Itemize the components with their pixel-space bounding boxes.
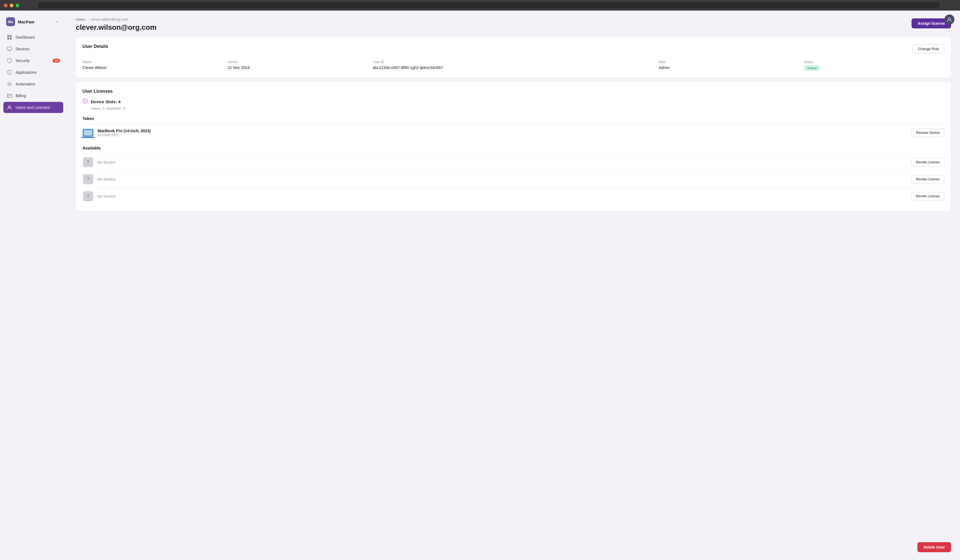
no-device-label-3: No Device bbox=[98, 194, 115, 198]
joined-value: 22 Nov 2024 bbox=[227, 65, 250, 70]
no-device-icon-1: ? bbox=[83, 157, 93, 167]
sidebar-item-automation[interactable]: Automation bbox=[3, 78, 63, 89]
sidebar-item-dashboard-label: Dashboard bbox=[16, 35, 35, 40]
page-header: Users › clever.wilson@org.com clever.wil… bbox=[76, 17, 951, 32]
user-avatar[interactable] bbox=[944, 14, 954, 24]
joined-label: Joined bbox=[227, 60, 368, 64]
sidebar: Ma MacPaw ← Dashboard bbox=[0, 11, 67, 560]
device-name: MacBook Pro (14-inch, 2023) bbox=[98, 129, 907, 133]
user-licenses-title: User Licenses bbox=[82, 89, 944, 94]
taken-device-row: MacBook Pro (14-inch, 2023) A1234BCDE5 R… bbox=[82, 124, 944, 141]
svg-rect-2 bbox=[7, 38, 9, 40]
breadcrumb-users-link[interactable]: Users bbox=[76, 17, 85, 21]
users-licenses-icon bbox=[7, 105, 12, 110]
sidebar-item-automation-label: Automation bbox=[16, 82, 35, 86]
device-serial: A1234BCDE5 bbox=[98, 133, 907, 137]
no-device-label-2: No Device bbox=[98, 177, 115, 182]
user-details-title: User Details bbox=[82, 44, 108, 49]
user-id-label: User ID bbox=[373, 60, 654, 64]
status-field: Status Active bbox=[804, 60, 944, 71]
role-label: Role bbox=[659, 60, 799, 64]
sidebar-item-security[interactable]: Security 34 bbox=[3, 55, 63, 66]
page-title: clever.wilson@org.com bbox=[76, 23, 157, 32]
page-title-area: Users › clever.wilson@org.com clever.wil… bbox=[76, 17, 157, 32]
sidebar-item-applications-label: Applications bbox=[16, 70, 37, 75]
no-device-icon-wrapper-3: ? bbox=[82, 192, 94, 201]
no-device-icon-2: ? bbox=[83, 174, 93, 184]
svg-rect-4 bbox=[7, 47, 12, 50]
automation-icon bbox=[7, 81, 12, 87]
name-field: Name Clever Wilson bbox=[82, 60, 223, 71]
sidebar-item-billing[interactable]: Billing bbox=[3, 90, 63, 101]
delete-user-button[interactable]: Delete User bbox=[917, 542, 951, 552]
applications-icon: A bbox=[7, 70, 12, 75]
no-device-info-2: No Device bbox=[98, 177, 907, 182]
svg-point-11 bbox=[948, 18, 950, 20]
no-device-label-1: No Device bbox=[98, 160, 115, 164]
close-button[interactable] bbox=[4, 4, 8, 7]
minimize-button[interactable] bbox=[10, 4, 13, 7]
revoke-license-button-1[interactable]: Revoke License bbox=[911, 158, 944, 166]
sidebar-item-applications[interactable]: A Applications bbox=[3, 67, 63, 78]
device-slots-sub: Taken: 1. Available: 3. bbox=[91, 106, 944, 110]
remove-device-button[interactable]: Remove Device bbox=[911, 129, 944, 137]
billing-icon bbox=[7, 93, 12, 99]
available-slot-3: ? No Device Revoke License bbox=[82, 188, 944, 204]
sidebar-item-users-licenses[interactable]: Users and Licenses bbox=[3, 102, 63, 113]
no-device-icon-3: ? bbox=[83, 191, 93, 201]
status-label: Status bbox=[804, 60, 944, 64]
change-role-button[interactable]: Change Role bbox=[913, 44, 944, 53]
laptop-screen bbox=[84, 130, 92, 136]
sidebar-item-billing-label: Billing bbox=[16, 94, 26, 98]
sidebar-item-devices[interactable]: Devices bbox=[3, 43, 63, 54]
svg-rect-3 bbox=[10, 38, 12, 40]
available-slot-2: ? No Device Revoke License bbox=[82, 171, 944, 188]
revoke-license-button-2[interactable]: Revoke License bbox=[911, 175, 944, 183]
user-id-value: abc123d4-e567-8f90-1gh2-ijklmn34o567 bbox=[373, 65, 443, 70]
user-details-header: User Details Change Role bbox=[82, 44, 944, 53]
devices-icon bbox=[7, 46, 12, 52]
no-device-info-3: No Device bbox=[98, 194, 907, 199]
taken-section-title: Taken bbox=[82, 116, 944, 121]
sidebar-item-security-label: Security bbox=[16, 59, 30, 63]
revoke-license-button-3[interactable]: Revoke License bbox=[911, 192, 944, 200]
joined-field: Joined 22 Nov 2024 bbox=[227, 60, 368, 71]
svg-rect-0 bbox=[7, 35, 9, 37]
role-value: Admin bbox=[659, 65, 670, 70]
titlebar bbox=[0, 0, 960, 11]
sidebar-collapse-button[interactable]: ← bbox=[54, 18, 61, 26]
user-licenses-card: User Licenses Device Slots: 4 Taken: 1. … bbox=[76, 82, 951, 211]
name-label: Name bbox=[82, 60, 223, 64]
laptop-icon-wrapper bbox=[82, 128, 94, 137]
sidebar-item-users-licenses-label: Users and Licenses bbox=[16, 105, 50, 110]
address-bar[interactable] bbox=[38, 2, 939, 8]
breadcrumb-separator: › bbox=[88, 17, 89, 21]
user-id-field: User ID abc123d4-e567-8f90-1gh2-ijklmn34… bbox=[373, 60, 654, 71]
user-details-grid: Name Clever Wilson Joined 22 Nov 2024 Us… bbox=[82, 58, 944, 71]
device-slots-icon bbox=[82, 98, 88, 105]
laptop-icon bbox=[83, 129, 93, 137]
svg-rect-8 bbox=[7, 94, 12, 97]
brand-avatar: Ma bbox=[6, 17, 15, 26]
maximize-button[interactable] bbox=[16, 4, 19, 7]
device-slots-header: Device Slots: 4 bbox=[82, 98, 944, 105]
svg-rect-9 bbox=[8, 96, 9, 97]
svg-point-7 bbox=[9, 83, 10, 85]
main-content: Users › clever.wilson@org.com clever.wil… bbox=[67, 11, 960, 560]
role-field: Role Admin bbox=[659, 60, 799, 71]
brand-name: MacPaw bbox=[18, 19, 34, 24]
breadcrumb: Users › clever.wilson@org.com bbox=[76, 17, 157, 21]
name-value: Clever Wilson bbox=[82, 65, 106, 70]
svg-point-10 bbox=[9, 106, 11, 108]
sidebar-item-devices-label: Devices bbox=[16, 47, 30, 51]
device-info: MacBook Pro (14-inch, 2023) A1234BCDE5 bbox=[98, 129, 907, 137]
available-section-title: Available bbox=[82, 145, 944, 150]
no-device-icon-wrapper-1: ? bbox=[82, 158, 94, 167]
device-slots-title: Device Slots: 4 bbox=[91, 99, 121, 104]
status-badge: Active bbox=[804, 65, 820, 71]
dashboard-icon bbox=[7, 35, 12, 40]
no-device-info-1: No Device bbox=[98, 160, 907, 165]
svg-rect-1 bbox=[10, 35, 12, 37]
available-slot-1: ? No Device Revoke License bbox=[82, 154, 944, 171]
sidebar-item-dashboard[interactable]: Dashboard bbox=[3, 32, 63, 43]
